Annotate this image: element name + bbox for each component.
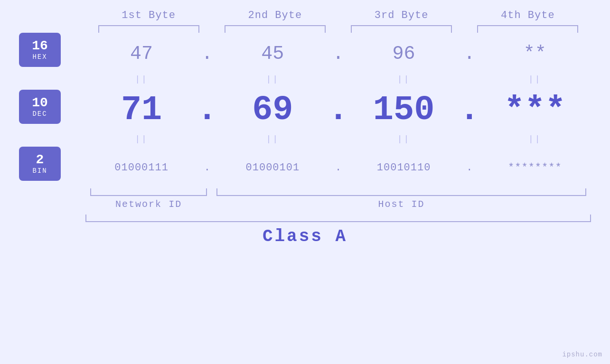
dec-dot2: .: [329, 87, 348, 131]
dec-badge: 10 DEC: [19, 90, 61, 124]
eq1-b4: ||: [479, 72, 591, 87]
hex-byte2: 45: [216, 38, 328, 66]
byte2-header: 2nd Byte: [212, 9, 338, 21]
class-label: Class A: [19, 227, 591, 246]
byte4-header: 4th Byte: [465, 9, 591, 21]
dec-byte3: 150: [348, 87, 460, 131]
eq1-b1: ||: [85, 72, 197, 87]
hex-byte4: **: [479, 38, 591, 66]
top-bracket-4: [477, 25, 578, 33]
bin-dot1: .: [197, 157, 216, 176]
top-bracket-3: [351, 25, 452, 33]
network-id-label: Network ID: [85, 199, 212, 210]
eq2-b3: ||: [348, 131, 460, 147]
dec-base-number: 10: [32, 96, 48, 111]
bottom-bracket-row: [85, 188, 591, 196]
dec-byte4: ***: [479, 87, 591, 131]
eq2-b4: ||: [479, 131, 591, 147]
class-section: Class A: [19, 215, 591, 246]
equals-row-1: || || || ||: [19, 72, 591, 87]
bin-row: 2 BIN 01000111 . 01000101 . 10010110 . *…: [19, 147, 591, 186]
hex-dot2: .: [329, 38, 348, 66]
dec-byte2: 69: [216, 87, 328, 131]
network-bracket-container: [85, 188, 212, 196]
id-label-row: Network ID Host ID: [85, 199, 591, 210]
dec-dot1: .: [197, 87, 216, 131]
top-bracket-1: [98, 25, 199, 33]
dec-dot3: .: [460, 87, 479, 131]
bin-badge: 2 BIN: [19, 147, 61, 181]
eq1-b2: ||: [216, 72, 328, 87]
host-bracket: [216, 188, 586, 196]
watermark: ipshu.com: [562, 351, 602, 358]
dec-byte1: 71: [85, 87, 197, 131]
bin-byte4: ********: [479, 157, 591, 176]
bin-dot2: .: [329, 157, 348, 176]
network-bracket: [90, 188, 207, 196]
top-brackets-row: [19, 25, 591, 33]
hex-row: 16 HEX 47 . 45 . 96 . **: [19, 33, 591, 72]
hex-base-name: HEX: [32, 53, 47, 61]
bottom-brackets-area: Network ID Host ID: [85, 188, 591, 210]
byte3-header: 3rd Byte: [338, 9, 465, 21]
host-id-label: Host ID: [212, 199, 591, 210]
hex-badge: 16 HEX: [19, 33, 61, 67]
eq2-b2: ||: [216, 131, 328, 147]
bottom-section: Network ID Host ID: [19, 188, 591, 210]
bin-byte1: 01000111: [85, 157, 197, 176]
byte-headers: 1st Byte 2nd Byte 3rd Byte 4th Byte: [19, 9, 591, 21]
bin-byte3: 10010110: [348, 157, 460, 176]
hex-base-number: 16: [32, 39, 48, 54]
class-bracket: [85, 215, 591, 222]
bin-byte2: 01000101: [216, 157, 328, 176]
dec-base-name: DEC: [32, 110, 47, 118]
byte1-header: 1st Byte: [85, 9, 212, 21]
bin-base-number: 2: [36, 153, 44, 168]
host-bracket-container: [212, 188, 591, 196]
eq1-b3: ||: [348, 72, 460, 87]
hex-byte1: 47: [85, 38, 197, 66]
equals-row-2: || || || ||: [19, 131, 591, 147]
hex-dot1: .: [197, 38, 216, 66]
main-container: 1st Byte 2nd Byte 3rd Byte 4th Byte 16 H…: [0, 0, 610, 364]
eq2-b1: ||: [85, 131, 197, 147]
bin-dot3: .: [460, 157, 479, 176]
hex-byte3: 96: [348, 38, 460, 66]
bin-base-name: BIN: [32, 167, 47, 175]
top-bracket-2: [225, 25, 326, 33]
hex-dot3: .: [460, 38, 479, 66]
dec-row: 10 DEC 71 . 69 . 150 . ***: [19, 87, 591, 131]
